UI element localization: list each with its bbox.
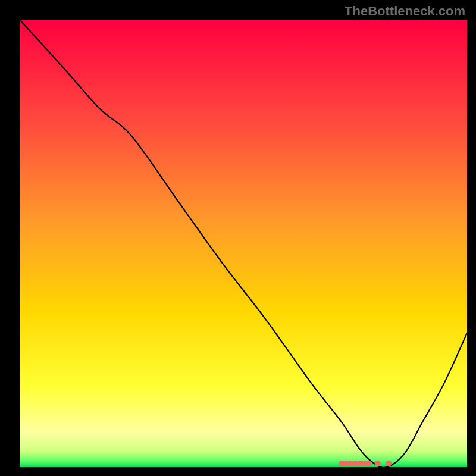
chart-container: TheBottleneck.com <box>0 0 476 476</box>
watermark-text: TheBottleneck.com <box>345 4 465 19</box>
marker-dot <box>386 461 392 466</box>
marker-dot <box>366 461 372 466</box>
gradient-background <box>20 20 467 467</box>
bottleneck-chart <box>0 0 476 476</box>
marker-dot <box>375 461 381 466</box>
